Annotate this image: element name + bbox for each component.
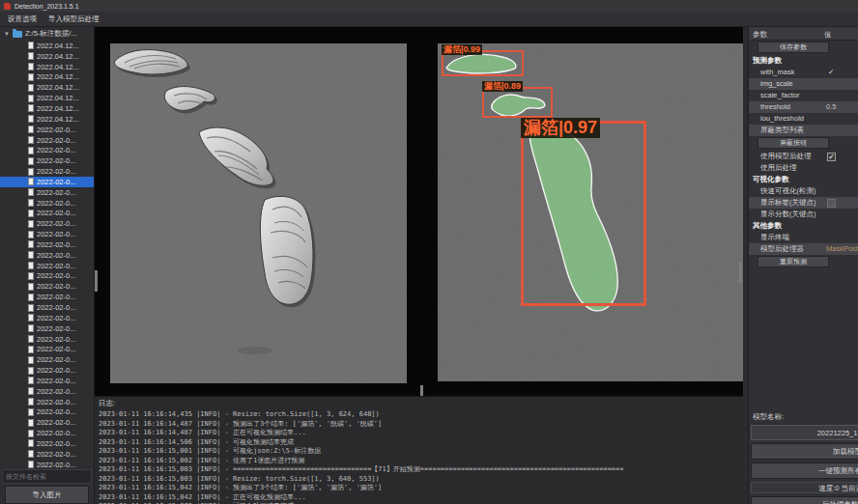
tree-item-label: 2022-02-0...	[37, 439, 75, 448]
postprocess-settings-button[interactable]: 后处理参数设置	[751, 496, 858, 504]
original-image-panel[interactable]	[110, 43, 407, 383]
checkbox[interactable]: ✓	[827, 153, 836, 161]
tree-item[interactable]: 2022-02-0...	[0, 417, 94, 428]
tree-item[interactable]: 2022.04.12...	[0, 93, 94, 103]
tree-item[interactable]: 2022-02-0...	[0, 239, 94, 250]
log-line: 2023-01-11 16:16:14,487 |INFO| - 预测出了3个结…	[99, 420, 739, 430]
tree-item[interactable]: 2022-02-0...	[0, 145, 94, 155]
caret-down-icon[interactable]: ▼	[4, 31, 10, 37]
tree-item[interactable]: 2022-02-0...	[0, 302, 94, 313]
param-row[interactable]: threshold0.5	[749, 101, 858, 113]
tree-item[interactable]: 2022-02-0...	[0, 460, 94, 468]
tree-item[interactable]: 2022-02-0...	[0, 334, 94, 345]
param-row[interactable]: 显示分数(关键点)	[749, 209, 858, 220]
param-name: scale_factor	[749, 91, 799, 99]
tree-item[interactable]: 2022-02-0...	[0, 281, 94, 292]
splitter-handle[interactable]	[420, 385, 423, 396]
tree-item[interactable]: 2022-02-0...	[0, 292, 94, 302]
window-title: Detection_2023.1.5.1	[14, 3, 79, 10]
tree-item[interactable]: 2022-02-0...	[0, 209, 94, 219]
tree-item[interactable]: 2022.04.12...	[0, 103, 94, 114]
file-icon	[28, 450, 34, 458]
tree-item[interactable]: 2022-02-0...	[0, 187, 94, 198]
import-images-button[interactable]: 导入图片	[5, 486, 89, 504]
tree-item[interactable]: 2022-02-0...	[0, 323, 94, 334]
param-row[interactable]: 快速可视化(检测)	[749, 185, 858, 197]
tree-item[interactable]: 2022-02-0...	[0, 177, 94, 187]
tree-item-label: 2022-02-0...	[37, 387, 75, 396]
tree-item[interactable]: 2022-02-0...	[0, 125, 94, 135]
model-name-field[interactable]: 20221225_174813	[751, 425, 858, 440]
file-icon	[28, 240, 34, 248]
search-input[interactable]	[2, 469, 92, 484]
tree-item[interactable]: 2022-02-0...	[0, 354, 94, 365]
tree-item[interactable]: 2022.04.12...	[0, 114, 94, 125]
tree-item[interactable]: 2022.04.12...	[0, 62, 94, 72]
param-column-header: 参数	[753, 30, 767, 40]
tree-item[interactable]: 2022-02-0...	[0, 407, 94, 418]
tree-item[interactable]: 2022-02-0...	[0, 166, 94, 177]
param-row[interactable]: 显示标签(关键点)	[749, 197, 858, 209]
tree-item[interactable]: 2022-02-0...	[0, 376, 94, 386]
tree-item[interactable]: 2022-02-0...	[0, 135, 94, 146]
param-row[interactable]: img_scale	[749, 78, 858, 90]
tree-item[interactable]: 2022.04.12...	[0, 72, 94, 83]
tree-item[interactable]: 2022-02-0...	[0, 449, 94, 460]
tree-item[interactable]: 2022-02-0...	[0, 386, 94, 397]
log-area[interactable]: 日志: 2023-01-11 16:16:14,435 |INFO| - Res…	[95, 396, 743, 504]
file-icon	[28, 178, 34, 185]
tree-item[interactable]: 2022-02-0...	[0, 261, 94, 271]
param-row[interactable]: iou_threshold	[749, 113, 858, 125]
model-section: 模型名称: 20221225_174813 加载模型 一键预测所有图片 速度:0…	[749, 412, 858, 504]
tree-item[interactable]: 2022-02-0...	[0, 428, 94, 438]
param-row[interactable]: with_mask✓	[749, 67, 858, 78]
param-section-header: 可视化参数	[749, 174, 858, 185]
predict-all-button[interactable]: 一键预测所有图片	[751, 462, 858, 479]
tree-item[interactable]: 2022-02-0...	[0, 271, 94, 282]
tree-item[interactable]: 2022-02-0...	[0, 229, 94, 239]
tree-item[interactable]: 2022-02-0...	[0, 438, 94, 449]
tree-item[interactable]: 2022.04.12...	[0, 51, 94, 62]
param-row[interactable]: scale_factor	[749, 90, 858, 101]
tree-item[interactable]: 2022-02-0...	[0, 313, 94, 323]
tree-item[interactable]: 2022.04.12...	[0, 82, 94, 93]
tree-item-label: 2022-02-0...	[37, 240, 75, 249]
tree-item[interactable]: 2022-02-0...	[0, 198, 94, 209]
param-row[interactable]: 屏蔽类型列表	[749, 125, 858, 136]
param-row[interactable]: 显示终端	[749, 232, 858, 243]
menu-item-import-postprocess[interactable]: 导入模型后处理	[43, 13, 104, 26]
detection-image-panel[interactable]: 漏箔|0.99漏箔|0.89漏箔|0.97	[438, 43, 743, 381]
splitter-handle[interactable]	[95, 270, 98, 292]
folder-icon	[13, 31, 22, 38]
param-row[interactable]: 使用后处理	[749, 162, 858, 174]
tree-item-label: 2022-02-0...	[37, 355, 75, 364]
file-icon	[28, 314, 34, 322]
param-button-row: 保存参数	[749, 41, 858, 55]
load-model-button[interactable]: 加载模型	[751, 443, 858, 460]
tree-item[interactable]: 2022-02-0...	[0, 344, 94, 354]
tree-item-label: 2022-02-0...	[37, 303, 75, 312]
checkbox[interactable]	[827, 199, 836, 208]
splitter-handle[interactable]	[739, 262, 742, 283]
tree-item-label: 2022-02-0...	[37, 335, 75, 344]
param-button[interactable]: 重新预测	[758, 256, 829, 267]
tree-item[interactable]: 2022-02-0...	[0, 155, 94, 166]
param-name: 模型后处理器	[749, 244, 804, 253]
tree-item[interactable]: 2022.04.12...	[0, 41, 94, 51]
file-icon	[28, 294, 34, 301]
tree-item-label: 2022-02-0...	[37, 167, 75, 176]
tree-item[interactable]: 2022-02-0...	[0, 397, 94, 407]
param-row[interactable]: 使用模型后处理✓	[749, 151, 858, 162]
tree-item[interactable]: 2022-02-0...	[0, 365, 94, 376]
file-icon	[28, 210, 34, 217]
menu-item-settings[interactable]: 设置选项	[3, 13, 42, 26]
param-button[interactable]: 保存参数	[758, 42, 829, 53]
tree-item[interactable]: 2022-02-0...	[0, 218, 94, 229]
tree-root-folder[interactable]: ▼ Z:/5-标注数据/...	[0, 27, 94, 41]
param-name: 使用模型后处理	[749, 152, 812, 160]
tree-item[interactable]: 2022-02-0...	[0, 250, 94, 261]
file-icon	[28, 126, 34, 133]
param-button[interactable]: 屏蔽按钮	[758, 137, 829, 149]
param-row[interactable]: 模型后处理器MaskPostPro	[749, 243, 858, 255]
file-icon	[28, 419, 34, 427]
